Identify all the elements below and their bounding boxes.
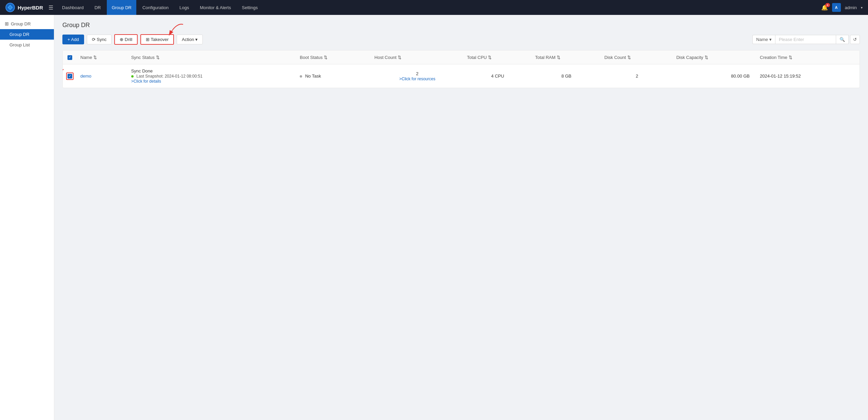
row-sync-status: Sync Done Last Snapshot: 2024-01-12 08:0… <box>128 64 297 88</box>
main-layout: ⊞ Group DR Group DR Group List Group DR … <box>0 15 868 420</box>
col-header-creation-time[interactable]: Creation Time ⇅ <box>756 50 860 64</box>
notifications-badge: 4 <box>825 3 830 7</box>
search-field-select[interactable]: Name ▾ <box>752 35 775 44</box>
sync-snapshot-row: Last Snapshot: 2024-01-12 08:00:51 <box>131 74 293 79</box>
drill-button[interactable]: ⊕ Drill <box>114 34 138 45</box>
col-header-sync-status[interactable]: Sync Status ⇅ <box>128 50 297 64</box>
col-header-host-count[interactable]: Host Count ⇅ <box>371 50 463 64</box>
row-total-cpu: 4 CPU <box>463 64 532 88</box>
row-disk-count: 2 <box>601 64 673 88</box>
host-count-link[interactable]: >Click for resources <box>399 77 435 81</box>
username-label[interactable]: admin <box>845 5 857 10</box>
search-input[interactable] <box>775 35 836 44</box>
row-checkbox[interactable] <box>67 74 72 79</box>
main-content: Group DR + Add ⟳ Sync ⊕ Drill ⊞ Takeover… <box>54 15 868 420</box>
top-navigation: HyperBDR ☰ Dashboard DR Group DR Configu… <box>0 0 868 15</box>
col-header-total-cpu[interactable]: Total CPU ⇅ <box>463 50 532 64</box>
add-button[interactable]: + Add <box>62 35 84 44</box>
notifications-button[interactable]: 🔔 4 <box>821 4 828 11</box>
table-body: demo Sync Done Last Snapshot: 2024-01-12… <box>63 64 860 88</box>
search-icon: 🔍 <box>840 37 845 42</box>
sidebar-section-title[interactable]: ⊞ Group DR <box>0 18 54 29</box>
takeover-button[interactable]: ⊞ Takeover <box>140 34 174 45</box>
search-select-chevron: ▾ <box>769 37 772 42</box>
checkbox-wrapper <box>66 72 74 80</box>
row-checkbox-cell <box>63 64 77 88</box>
sidebar-section-group-dr: ⊞ Group DR Group DR Group List <box>0 15 54 51</box>
table-row: demo Sync Done Last Snapshot: 2024-01-12… <box>63 64 860 88</box>
search-bar: Name ▾ 🔍 ↺ <box>752 35 860 44</box>
nav-item-logs[interactable]: Logs <box>175 0 194 15</box>
row-name: demo <box>77 64 128 88</box>
hamburger-menu[interactable]: ☰ <box>48 4 53 11</box>
col-header-disk-capacity[interactable]: Disk Capacity ⇅ <box>673 50 756 64</box>
sidebar-item-group-list[interactable]: Group List <box>0 40 54 50</box>
grid-icon: ⊞ <box>5 21 9 26</box>
user-avatar: A <box>832 3 841 12</box>
refresh-button[interactable]: ↺ <box>850 35 860 44</box>
nav-item-dr[interactable]: DR <box>90 0 106 15</box>
nav-item-group-dr[interactable]: Group DR <box>107 0 136 15</box>
row-name-link[interactable]: demo <box>80 74 92 79</box>
sync-button[interactable]: ⟳ Sync <box>87 35 112 44</box>
select-all-checkbox[interactable] <box>67 55 72 60</box>
row-host-count: 2 >Click for resources <box>371 64 463 88</box>
row-total-ram: 8 GB <box>532 64 601 88</box>
sync-done-label: Sync Done <box>131 68 293 74</box>
user-menu-chevron[interactable]: ▾ <box>861 6 863 9</box>
row-creation-time: 2024-01-12 15:19:52 <box>756 64 860 88</box>
nav-item-dashboard[interactable]: Dashboard <box>57 0 88 15</box>
logo-icon <box>5 3 15 12</box>
nav-item-monitor-alerts[interactable]: Monitor & Alerts <box>195 0 236 15</box>
checkbox-highlight <box>66 72 74 80</box>
app-name: HyperBDR <box>18 5 43 10</box>
header-checkbox-cell <box>63 50 77 64</box>
col-header-disk-count[interactable]: Disk Count ⇅ <box>601 50 673 64</box>
topnav-right: 🔔 4 A admin ▾ <box>821 3 863 12</box>
sync-click-link[interactable]: >Click for details <box>131 79 161 84</box>
boot-status-dot <box>300 75 302 78</box>
nav-item-settings[interactable]: Settings <box>237 0 262 15</box>
col-header-total-ram[interactable]: Total RAM ⇅ <box>532 50 601 64</box>
data-table: Name ⇅ Sync Status ⇅ Boot Status ⇅ Host … <box>62 50 860 88</box>
row-disk-capacity: 80.00 GB <box>673 64 756 88</box>
refresh-icon: ↺ <box>853 37 857 42</box>
app-logo[interactable]: HyperBDR <box>5 3 43 12</box>
sidebar-item-group-dr[interactable]: Group DR <box>0 29 54 40</box>
search-button[interactable]: 🔍 <box>836 35 849 44</box>
action-button[interactable]: Action ▾ <box>177 35 203 44</box>
sidebar: ⊞ Group DR Group DR Group List <box>0 15 54 420</box>
col-header-name[interactable]: Name ⇅ <box>77 50 128 64</box>
sync-status-dot <box>131 75 134 78</box>
col-header-boot-status[interactable]: Boot Status ⇅ <box>296 50 371 64</box>
page-title: Group DR <box>62 22 860 29</box>
sync-snapshot-text: Last Snapshot: 2024-01-12 08:00:51 <box>136 74 202 79</box>
toolbar: + Add ⟳ Sync ⊕ Drill ⊞ Takeover Action ▾ <box>62 34 860 45</box>
group-dr-table: Name ⇅ Sync Status ⇅ Boot Status ⇅ Host … <box>63 50 860 88</box>
row-boot-status: No Task <box>296 64 371 88</box>
nav-item-configuration[interactable]: Configuration <box>138 0 173 15</box>
table-header: Name ⇅ Sync Status ⇅ Boot Status ⇅ Host … <box>63 50 860 64</box>
boot-status-label: No Task <box>305 74 321 79</box>
